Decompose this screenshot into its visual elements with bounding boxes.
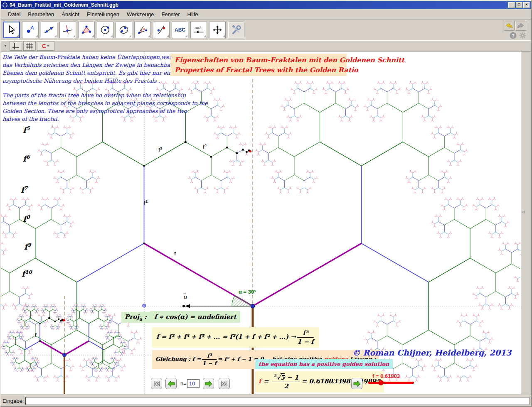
menu-bearbeiten[interactable]: Bearbeiten bbox=[24, 10, 58, 19]
command-input[interactable] bbox=[25, 397, 530, 405]
side-panel-strip: ◁ bbox=[521, 51, 531, 395]
close-button[interactable]: × bbox=[523, 2, 530, 8]
graphics-view[interactable]: Die Teile der Baum-Fraktale haben keine … bbox=[1, 51, 521, 394]
angle-sector bbox=[232, 296, 253, 306]
move-view-icon bbox=[212, 25, 223, 35]
help-button[interactable]: ? bbox=[510, 32, 517, 39]
u-vector-point bbox=[182, 305, 185, 307]
label-u-vector: u bbox=[183, 293, 187, 301]
tool-dropdown[interactable] bbox=[35, 35, 38, 37]
redo-button[interactable] bbox=[515, 21, 526, 31]
svg-text:α: α bbox=[143, 27, 145, 31]
next-arrow-icon bbox=[205, 380, 212, 387]
slider-value-label: f = 0.61803 bbox=[372, 373, 400, 379]
svg-text:A: A bbox=[30, 25, 34, 31]
magnet-icon: C bbox=[42, 43, 46, 49]
reflect-icon bbox=[156, 25, 167, 35]
settings-gear-button[interactable] bbox=[519, 32, 526, 39]
tool-customize[interactable] bbox=[228, 22, 244, 38]
play-button[interactable] bbox=[351, 378, 362, 389]
label-f-mini: f bbox=[35, 332, 37, 338]
nav-first-button[interactable] bbox=[151, 378, 162, 389]
grid-toggle-button[interactable] bbox=[23, 41, 36, 51]
undo-icon bbox=[505, 22, 513, 29]
perpendicular-line-icon bbox=[62, 25, 73, 35]
tool-move-view[interactable] bbox=[209, 22, 226, 38]
tool-dropdown[interactable] bbox=[166, 35, 169, 37]
tool-dropdown[interactable] bbox=[16, 34, 19, 37]
tool-move[interactable] bbox=[3, 22, 20, 38]
menu-ansicht[interactable]: Ansicht bbox=[58, 10, 83, 19]
angle-icon: α bbox=[137, 25, 148, 35]
main-title: Eigenschaften von Baum-Fraktalen mit den… bbox=[170, 54, 347, 76]
stylebar-toggle-icon[interactable]: ▼ bbox=[2, 44, 8, 48]
menu-werkzeuge[interactable]: Werkzeuge bbox=[123, 10, 158, 19]
formula-series[interactable]: f = f³ + f⁴ + f⁵ + ... = f³(1 + f + f² +… bbox=[152, 327, 319, 348]
menu-fenster[interactable]: Fenster bbox=[158, 10, 183, 19]
axes-toggle-button[interactable] bbox=[10, 41, 22, 51]
tool-dropdown[interactable] bbox=[129, 35, 131, 37]
style-bar: ▼ C ▼ bbox=[1, 40, 531, 51]
u-vector-arrowhead bbox=[185, 304, 190, 308]
tool-dropdown[interactable] bbox=[204, 35, 206, 37]
main-root-point bbox=[251, 304, 255, 308]
label-f9: f9 bbox=[24, 242, 31, 251]
tool-text[interactable]: ABC bbox=[172, 22, 188, 38]
f-slider-handle[interactable] bbox=[378, 380, 384, 385]
minimize-button[interactable]: _ bbox=[508, 2, 515, 8]
title-bar: 04_Baum_Fraktal_mit_Goldenem_Schnitt.ggb… bbox=[1, 1, 531, 9]
tool-dropdown[interactable] bbox=[222, 35, 225, 37]
app-window: 04_Baum_Fraktal_mit_Goldenem_Schnitt.ggb… bbox=[0, 0, 532, 407]
tool-dropdown[interactable] bbox=[54, 35, 57, 37]
solution-text-en: the equation has a positive golden solut… bbox=[255, 359, 393, 369]
tool-line[interactable] bbox=[41, 22, 57, 38]
tool-dropdown[interactable] bbox=[110, 35, 113, 37]
nav-prev-button[interactable] bbox=[165, 378, 177, 389]
tool-dropdown[interactable] bbox=[185, 35, 187, 37]
formula-golden[interactable]: f = 2√5 − 12= 0.618033988749895 bbox=[255, 371, 384, 392]
n-label: n= bbox=[180, 380, 187, 387]
menu-hilfe[interactable]: Hilfe bbox=[184, 10, 202, 19]
point-capturing-button[interactable]: C ▼ bbox=[37, 41, 54, 51]
tool-dropdown[interactable] bbox=[73, 35, 75, 37]
menu-einstellungen[interactable]: Einstellungen bbox=[83, 10, 123, 19]
tool-circle[interactable] bbox=[97, 22, 113, 38]
maximize-button[interactable]: □ bbox=[516, 2, 522, 8]
label-f5: f5 bbox=[23, 125, 30, 135]
tool-dropdown[interactable] bbox=[91, 35, 94, 37]
panel-collapse-arrow[interactable]: ◁ bbox=[522, 210, 525, 214]
tool-reflect[interactable] bbox=[153, 22, 170, 38]
label-f2: f2 bbox=[144, 199, 148, 206]
tool-conic[interactable] bbox=[116, 22, 132, 38]
label-f3: f3 bbox=[158, 146, 162, 153]
copyright-text: © Roman Chijner, Heidelberg, 2013 bbox=[352, 348, 511, 357]
nav-next-button[interactable] bbox=[203, 378, 214, 389]
f-slider[interactable] bbox=[368, 382, 414, 384]
tool-dropdown[interactable] bbox=[148, 35, 150, 37]
mini-root-point bbox=[63, 353, 66, 357]
label-f-main: f bbox=[174, 250, 176, 257]
undo-button[interactable] bbox=[504, 21, 515, 31]
formula-fcos[interactable]: f ∗ cos(α) = undefiniert bbox=[150, 311, 240, 323]
tool-angle[interactable]: α bbox=[134, 22, 151, 38]
prev-arrow-icon bbox=[167, 380, 175, 387]
label-f10: f10 bbox=[22, 269, 32, 278]
description-de: Die Teile der Baum-Fraktale haben keine … bbox=[2, 53, 182, 85]
nav-last-button[interactable] bbox=[219, 378, 230, 389]
last-frame-icon bbox=[221, 381, 228, 387]
window-title: 04_Baum_Fraktal_mit_Goldenem_Schnitt.ggb bbox=[10, 2, 507, 8]
toolbar-right-controls: ? bbox=[504, 21, 527, 39]
redo-icon bbox=[517, 22, 525, 29]
proj-label[interactable]: Proju : bbox=[121, 312, 150, 323]
label-f6: f6 bbox=[23, 154, 30, 163]
menu-bar: Datei Bearbeiten Ansicht Einstellungen W… bbox=[1, 9, 531, 20]
n-input[interactable] bbox=[187, 379, 200, 388]
tool-point[interactable]: A bbox=[22, 22, 39, 38]
label-f4: f4 bbox=[203, 143, 207, 150]
tool-slider[interactable]: a=2 bbox=[190, 22, 207, 38]
menu-datei[interactable]: Datei bbox=[4, 10, 24, 19]
tool-perpendicular-line[interactable] bbox=[59, 22, 76, 38]
label-f7: f7 bbox=[21, 185, 28, 194]
tool-polygon[interactable] bbox=[78, 22, 95, 38]
line-icon bbox=[44, 25, 54, 35]
